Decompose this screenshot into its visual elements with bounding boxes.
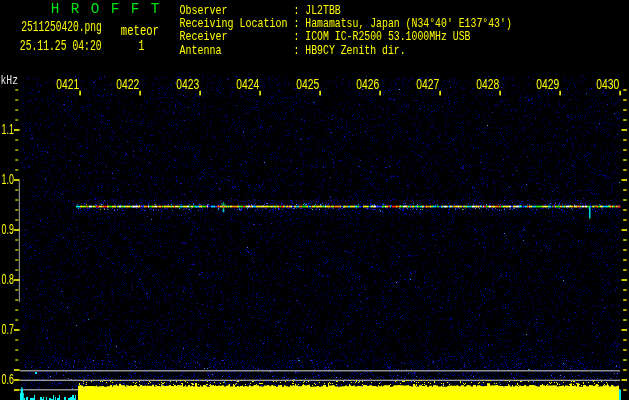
svg-text:1: 1 — [139, 38, 145, 54]
svg-text:0.9: 0.9 — [2, 221, 14, 237]
svg-text:0422: 0422 — [116, 76, 139, 92]
svg-text:0423: 0423 — [176, 76, 199, 92]
svg-text:F: F — [131, 1, 140, 17]
svg-text:0421: 0421 — [56, 76, 79, 92]
svg-text:0427: 0427 — [416, 76, 439, 92]
svg-text:kHz: kHz — [1, 73, 19, 88]
svg-text:meteor: meteor — [121, 23, 159, 39]
svg-text:0425: 0425 — [296, 76, 319, 92]
svg-text:2511250420.png: 2511250420.png — [21, 19, 102, 35]
svg-text:1.0: 1.0 — [2, 171, 14, 187]
svg-text:O: O — [91, 1, 100, 17]
svg-text:F: F — [111, 1, 120, 17]
svg-text:H: H — [51, 1, 60, 17]
svg-text:0424: 0424 — [236, 76, 259, 92]
svg-text:R: R — [71, 1, 80, 17]
svg-text:0428: 0428 — [476, 76, 499, 92]
svg-text:1.1: 1.1 — [2, 121, 14, 137]
svg-text:0.8: 0.8 — [2, 271, 14, 287]
svg-text:: HB9CY Zenith dir.: : HB9CY Zenith dir. — [294, 43, 406, 58]
svg-text:0.6: 0.6 — [2, 371, 14, 387]
svg-text:0430: 0430 — [596, 76, 619, 92]
svg-text:0426: 0426 — [356, 76, 379, 92]
svg-text:Antenna: Antenna — [180, 43, 222, 58]
svg-text:0429: 0429 — [536, 76, 559, 92]
svg-text:0.7: 0.7 — [2, 321, 14, 337]
svg-text:T: T — [151, 1, 160, 17]
svg-text:25.11.25 04:20: 25.11.25 04:20 — [20, 38, 102, 54]
